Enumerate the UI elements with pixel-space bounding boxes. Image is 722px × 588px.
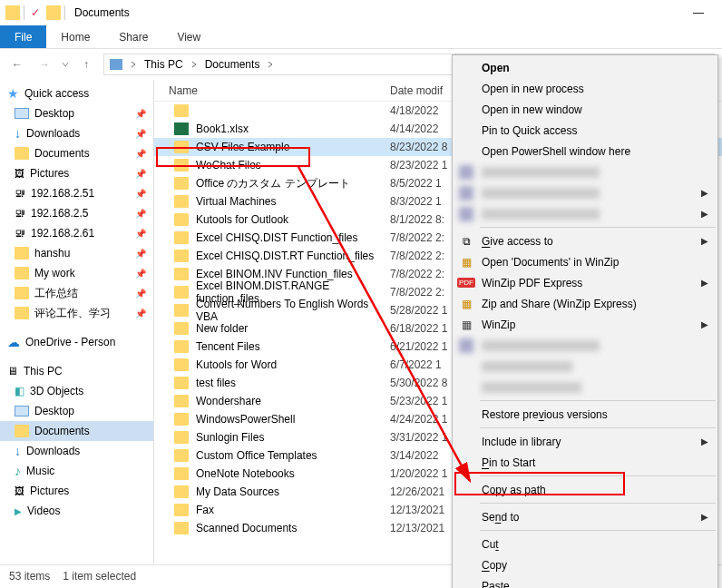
- sidebar-item[interactable]: Pictures: [0, 481, 153, 501]
- sidebar-icon: [15, 126, 21, 141]
- chevron-right-icon[interactable]: [267, 61, 274, 68]
- folder-icon: [174, 358, 189, 371]
- sidebar-item[interactable]: Documents: [0, 421, 153, 441]
- sidebar-item[interactable]: Music: [0, 461, 153, 481]
- ctx-blur-3[interactable]: ▶: [453, 203, 717, 224]
- column-name[interactable]: Name: [154, 84, 390, 97]
- ctx-winzip[interactable]: WinZip▶: [453, 314, 717, 335]
- ctx-copy[interactable]: Copy: [453, 554, 717, 575]
- sidebar-item[interactable]: Videos: [0, 501, 153, 521]
- file-name: Convert Numbers To English Words VBA: [196, 298, 390, 323]
- file-name: Tencent Files: [196, 340, 260, 353]
- chevron-right-icon[interactable]: [190, 61, 198, 68]
- sidebar-item[interactable]: hanshu📌: [0, 243, 153, 263]
- ctx-restore-versions[interactable]: Restore previous versions: [453, 404, 717, 425]
- tab-file[interactable]: File: [0, 25, 46, 48]
- sidebar-icon: [15, 307, 29, 319]
- chevron-right-icon[interactable]: [130, 61, 137, 68]
- ctx-open[interactable]: Open: [453, 57, 717, 78]
- sidebar-icon: [15, 464, 21, 478]
- qat-properties-icon[interactable]: [28, 5, 43, 20]
- ctx-blur-5[interactable]: [453, 356, 717, 377]
- excel-icon: [174, 122, 189, 135]
- ctx-open-new-process[interactable]: Open in new process: [453, 78, 717, 99]
- sidebar-item-label: OneDrive - Person: [25, 336, 115, 348]
- ctx-blur-6[interactable]: [453, 377, 717, 397]
- ctx-paste[interactable]: Paste: [453, 575, 717, 588]
- sidebar-quick-access[interactable]: ★ Quick access: [0, 83, 153, 103]
- sidebar-item[interactable]: Desktop: [0, 401, 153, 421]
- ctx-open-winzip[interactable]: Open 'Documents' in WinZip: [453, 251, 717, 272]
- tab-share[interactable]: Share: [104, 25, 162, 48]
- ctx-open-new-window[interactable]: Open in new window: [453, 99, 717, 120]
- ctx-label: Zip and Share (WinZip Express): [482, 298, 637, 310]
- folder-appicon: [5, 5, 20, 20]
- sidebar-item-label: 评论工作、学习: [34, 306, 111, 321]
- sidebar-item-label: 192.168.2.51: [31, 187, 94, 200]
- sidebar-item[interactable]: Desktop📌: [0, 103, 153, 123]
- folder-icon: [174, 250, 189, 262]
- sidebar-icon: [15, 385, 24, 397]
- chevron-down-icon[interactable]: [62, 61, 69, 68]
- ctx-include-library[interactable]: Include in library▶: [453, 431, 717, 452]
- sidebar-item-label: Downloads: [26, 127, 80, 140]
- file-name: Kutools for Outlook: [196, 213, 288, 226]
- folder-icon: [174, 395, 189, 407]
- ctx-cut[interactable]: Cut: [453, 534, 717, 554]
- nav-up-button[interactable]: ↑: [76, 54, 96, 74]
- status-selection-count: 1 item selected: [63, 570, 136, 583]
- minimize-button[interactable]: —: [680, 0, 717, 25]
- sidebar-icon: [15, 207, 25, 220]
- sidebar-item[interactable]: Documents📌: [0, 143, 153, 163]
- nav-forward-button[interactable]: →: [34, 54, 54, 74]
- ctx-pin-start[interactable]: Pin to Start: [453, 452, 717, 473]
- folder-icon: [174, 177, 189, 190]
- ctx-label: Open: [482, 62, 510, 74]
- file-name: Scanned Documents: [196, 522, 297, 534]
- pin-icon: 📌: [135, 209, 146, 219]
- sidebar-item[interactable]: 192.168.2.61📌: [0, 223, 153, 243]
- file-name: Office のカスタム テンプレート: [196, 176, 350, 191]
- pin-icon: 📌: [135, 109, 146, 119]
- title-bar: Documents —: [0, 0, 722, 25]
- sidebar-item-label: Downloads: [26, 445, 80, 457]
- ctx-copy-as-path[interactable]: Copy as path: [453, 479, 717, 500]
- sidebar-item[interactable]: Downloads: [0, 441, 153, 461]
- ctx-winzip-pdf-express[interactable]: PDFWinZip PDF Express▶: [453, 272, 717, 293]
- folder-icon: [174, 231, 189, 244]
- sidebar-item[interactable]: 3D Objects: [0, 381, 153, 401]
- ctx-give-access-to[interactable]: Give access to▶: [453, 230, 717, 251]
- tab-view[interactable]: View: [162, 25, 215, 48]
- sidebar-item[interactable]: 评论工作、学习📌: [0, 303, 153, 323]
- ribbon-tabs: File Home Share View: [0, 25, 722, 49]
- nav-back-button[interactable]: ←: [7, 54, 27, 74]
- file-name: Wondershare: [196, 395, 261, 407]
- status-item-count: 53 items: [9, 570, 50, 583]
- tab-home[interactable]: Home: [46, 25, 104, 48]
- sidebar-item[interactable]: Downloads📌: [0, 123, 153, 143]
- ctx-blur-2[interactable]: ▶: [453, 182, 717, 203]
- ctx-pin-quick-access[interactable]: Pin to Quick access: [453, 120, 717, 141]
- sidebar-item-label: My work: [34, 267, 75, 279]
- breadcrumb-thispc[interactable]: This PC: [144, 58, 183, 71]
- ctx-zip-and-share[interactable]: Zip and Share (WinZip Express): [453, 293, 717, 314]
- sidebar-item[interactable]: 192.168.2.51📌: [0, 183, 153, 203]
- sidebar-item-label: 192.168.2.61: [31, 227, 94, 240]
- ctx-blur-1[interactable]: [453, 162, 717, 182]
- ctx-open-powershell[interactable]: Open PowerShell window here: [453, 141, 717, 162]
- sidebar-icon: [15, 485, 24, 497]
- sidebar-item[interactable]: 工作总结📌: [0, 283, 153, 303]
- share-icon: [458, 233, 474, 250]
- sidebar-item[interactable]: 192.168.2.5📌: [0, 203, 153, 223]
- ctx-send-to[interactable]: Send to▶: [453, 506, 717, 527]
- sidebar-onedrive[interactable]: OneDrive - Person: [0, 332, 153, 352]
- winzip-icon: [458, 254, 474, 270]
- sidebar-this-pc[interactable]: This PC: [0, 361, 153, 381]
- ctx-blur-4[interactable]: [453, 335, 717, 356]
- sidebar-item[interactable]: My work📌: [0, 263, 153, 283]
- qat-newfolder-icon[interactable]: [46, 5, 61, 20]
- sidebar-item-label: Documents: [34, 147, 90, 160]
- ctx-label: Give access to: [482, 235, 553, 248]
- sidebar-item[interactable]: Pictures📌: [0, 163, 153, 183]
- breadcrumb-documents[interactable]: Documents: [205, 58, 260, 71]
